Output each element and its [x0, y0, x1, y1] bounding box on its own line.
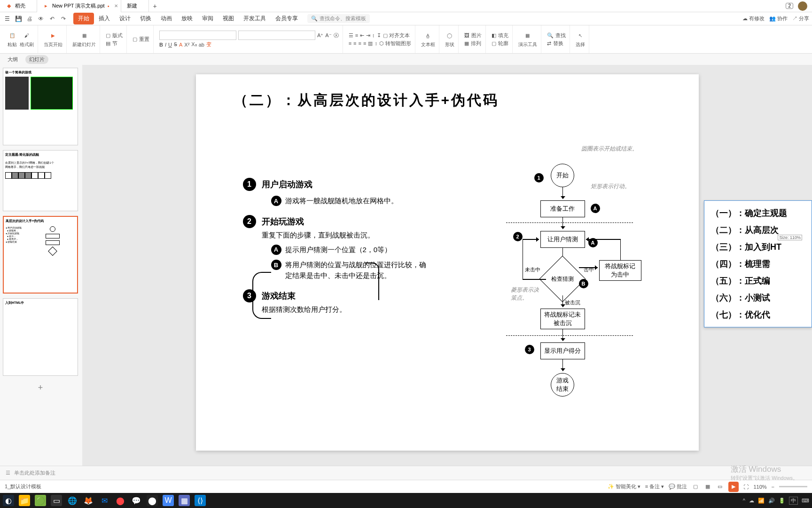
user-avatar[interactable] [798, 1, 807, 11]
subscript-icon[interactable]: X₂ [191, 41, 196, 48]
align-left-icon[interactable]: ≡ [349, 40, 351, 46]
numbering-icon[interactable]: ≡ [355, 32, 358, 38]
indent-inc-icon[interactable]: ⇥ [366, 32, 370, 39]
view-sorter-icon[interactable]: ▦ [704, 483, 711, 491]
arrange-button[interactable]: ▦ 排列 [464, 40, 482, 47]
increase-font-icon[interactable]: A⁺ [317, 32, 323, 39]
size-combo[interactable] [238, 31, 315, 40]
font-color-icon[interactable]: A [179, 42, 182, 48]
find-button[interactable]: 🔍 查找 [547, 32, 566, 39]
tab-slides[interactable]: 幻灯片 [25, 55, 48, 64]
tab-member[interactable]: 会员专享 [271, 13, 303, 24]
tray-wifi-icon[interactable]: 📶 [758, 498, 765, 504]
wechat-icon[interactable]: 💬 [131, 495, 142, 506]
slides-panel[interactable]: 做一个简单的游戏 定主题题-简化版的战舰 在原则上显示的7×7网格，我们创建1个… [0, 65, 82, 466]
tray-volume-icon[interactable]: 🔊 [768, 498, 775, 504]
tab-slideshow[interactable]: 放映 [177, 13, 197, 24]
slide-editor[interactable]: （二）：从高层次的设计入手+伪代码 1用户启动游戏 A游戏将一艘战舰随机地放在网… [82, 65, 812, 466]
tab-outline[interactable]: 大纲 [4, 55, 22, 64]
print-icon[interactable]: 🖨 [25, 15, 34, 23]
record-icon[interactable]: ⬤ [115, 495, 126, 506]
columns-icon[interactable]: ▥ [368, 40, 373, 47]
view-normal-icon[interactable]: ▢ [692, 483, 699, 491]
tray-battery-icon[interactable]: 🔋 [779, 498, 785, 504]
tray-cloud-icon[interactable]: ☁ [749, 498, 754, 504]
strike-icon[interactable]: S̶ [174, 41, 177, 48]
app-green-icon[interactable]: 🟢 [35, 495, 46, 506]
text-direction-icon[interactable]: ↧ [377, 32, 381, 39]
tab-transition[interactable]: 切换 [135, 13, 156, 24]
obs-icon[interactable]: ⬤ [147, 495, 158, 506]
notes-toggle[interactable]: ≡ 备注 ▾ [645, 483, 664, 490]
outline-item-6[interactable]: （六）：小测试 [704, 289, 812, 306]
align-text-button[interactable]: ▢ 对齐文本 [383, 32, 410, 39]
align-justify-icon[interactable]: ≡ [363, 40, 366, 46]
bold-icon[interactable]: B [159, 42, 163, 48]
steam-icon[interactable]: ◐ [3, 495, 14, 506]
indent-dec-icon[interactable]: ⇤ [360, 32, 364, 39]
new-slide-button[interactable]: ▦新建幻灯片 [72, 31, 96, 48]
tray-up-icon[interactable]: ^ [743, 498, 745, 503]
fit-icon[interactable]: ⛶ [743, 484, 749, 490]
slide-thumb-1[interactable]: 做一个简单的游戏 [3, 68, 78, 145]
explorer-icon[interactable]: 📁 [19, 495, 30, 506]
font-combo[interactable] [159, 31, 236, 40]
from-current-button[interactable]: ▶当页开始 [44, 31, 62, 48]
tab-document[interactable]: ▸ New PPT 演示文稿.ppt • ✕ [37, 0, 121, 12]
thunderbird-icon[interactable]: ✉ [99, 495, 110, 506]
redo-icon[interactable]: ↷ [59, 15, 68, 23]
shape-button[interactable]: ◯形状 [445, 31, 454, 48]
menu-icon[interactable]: ☰ [3, 15, 11, 23]
cloud-status[interactable]: ☁ 有修改 [742, 15, 765, 22]
tab-devtools[interactable]: 开发工具 [239, 13, 271, 24]
tab-new[interactable]: 新建 [121, 0, 149, 12]
slide-thumb-3[interactable]: 高层次的设计入手+伪代码 ● 用户启动游戏 ● 游戏将...● 开始玩游戏 ● … [3, 216, 78, 294]
layout-button[interactable]: ▢ 版式 [106, 32, 123, 39]
search-input[interactable]: 🔍 查找命令、搜索模板 [307, 14, 370, 23]
tab-docker[interactable]: ◆ 稻壳 [0, 0, 37, 12]
zoom-out-icon[interactable]: − [772, 484, 774, 490]
firefox-icon[interactable]: 🦊 [83, 495, 94, 506]
tab-insert[interactable]: 插入 [94, 13, 115, 24]
tab-view[interactable]: 视图 [218, 13, 239, 24]
notes-bar[interactable]: ☰ 单击此处添加备注 [0, 466, 812, 480]
underline-icon[interactable]: U [168, 42, 172, 48]
tray-ime[interactable]: 中 [789, 497, 798, 505]
format-painter-button[interactable]: 🖌格式刷 [20, 31, 34, 48]
close-icon[interactable]: ✕ [114, 3, 118, 8]
clear-format-icon[interactable]: ⓧ [334, 32, 339, 39]
share-button[interactable]: ↗ 分享 [792, 15, 809, 22]
smartart-button[interactable]: ⬡ 转智能图形 [379, 40, 411, 47]
new-tab-button[interactable]: + [149, 2, 161, 10]
decrease-font-icon[interactable]: A⁻ [325, 32, 331, 39]
preview-icon[interactable]: 👁 [37, 15, 45, 23]
comments-toggle[interactable]: 💬 批注 [669, 483, 687, 490]
line-spacing-icon[interactable]: ↕ [372, 32, 375, 38]
outline-item-1[interactable]: （一）：确定主观题 [704, 205, 812, 222]
textbox-button[interactable]: A̲文本框 [421, 31, 435, 48]
highlight-icon[interactable]: ab [199, 42, 204, 48]
outline-panel[interactable]: （一）：确定主观题 （二）：从高层次 Size: 110% （三）：加入到HT … [704, 200, 812, 327]
vscode-icon[interactable]: ⟨⟩ [195, 495, 206, 506]
bullets-icon[interactable]: ☰ [349, 32, 353, 39]
smart-beautify-button[interactable]: ✨ 智能美化 ▾ [608, 483, 640, 490]
select-button[interactable]: ↖选择 [576, 31, 585, 48]
outline-item-4[interactable]: （四）：梳理需 [704, 255, 812, 272]
align-center-icon[interactable]: ≡ [353, 40, 356, 46]
align-right-icon[interactable]: ≡ [359, 40, 361, 46]
tab-animation[interactable]: 动画 [156, 13, 177, 24]
slide-thumb-4[interactable]: 入到HTML中 [3, 298, 78, 376]
tab-review[interactable]: 审阅 [197, 13, 218, 24]
view-reading-icon[interactable]: ▭ [716, 483, 724, 491]
outline-button[interactable]: ▢ 轮廓 [492, 40, 508, 47]
slide-canvas[interactable]: （二）：从高层次的设计入手+伪代码 1用户启动游戏 A游戏将一艘战舰随机地放在网… [196, 74, 699, 451]
terminal-icon[interactable]: ▭ [51, 495, 62, 506]
chrome-icon[interactable]: 🌐 [67, 495, 78, 506]
outline-item-3[interactable]: （三）：加入到HT [704, 238, 812, 255]
play-button[interactable]: ▶ [728, 482, 739, 492]
undo-icon[interactable]: ↶ [48, 15, 56, 23]
fill-button[interactable]: ◧ 填充 [492, 32, 508, 39]
section-button[interactable]: ▤ 节 [106, 40, 123, 47]
demo-tools-button[interactable]: ▦演示工具 [518, 31, 537, 48]
italic-icon[interactable]: I [165, 42, 166, 48]
